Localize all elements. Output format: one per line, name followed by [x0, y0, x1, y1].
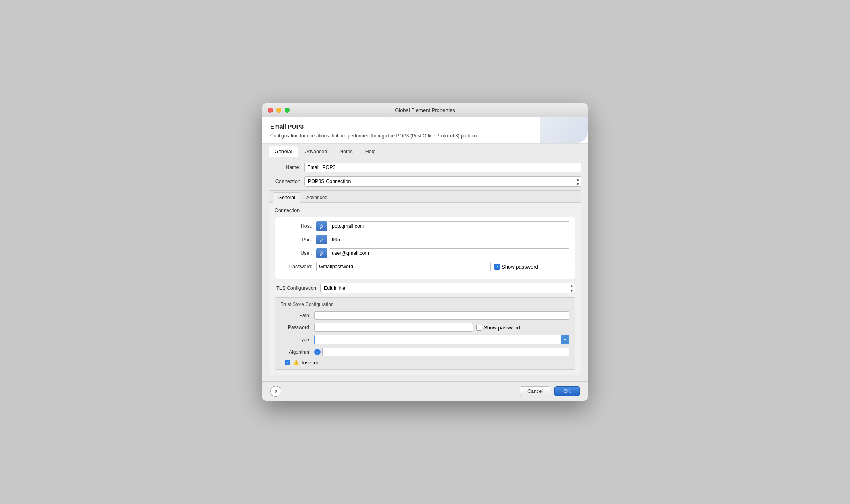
dialog-header: Email POP3 Configuration for operations …: [262, 117, 588, 144]
connection-section-title: Connection: [275, 208, 575, 213]
trust-password-label: Password:: [281, 325, 314, 330]
tls-select[interactable]: Edit inline: [320, 283, 575, 293]
user-row: User: fx: [281, 248, 569, 258]
trust-show-password-label: Show password: [484, 325, 520, 331]
algorithm-label: Algorithm:: [281, 349, 314, 355]
tab-help[interactable]: Help: [360, 146, 382, 157]
trust-password-input[interactable]: [314, 323, 473, 332]
window-title: Global Element Properties: [395, 107, 455, 113]
window-controls: [268, 108, 290, 113]
inner-body: Connection Host: fx Port: fx: [269, 203, 581, 375]
host-fx-button[interactable]: fx: [316, 221, 327, 231]
close-button[interactable]: [268, 108, 273, 113]
insecure-label: Insecure: [302, 360, 321, 365]
connection-label: Connection: [269, 179, 304, 184]
tls-select-wrapper: Edit inline ▲▼: [320, 283, 575, 293]
password-input[interactable]: [316, 262, 491, 271]
show-password-wrapper: Show password: [494, 264, 538, 270]
type-row: Type:: [281, 335, 569, 344]
dialog-footer: ? Cancel OK: [262, 381, 588, 401]
algorithm-row: Algorithm: i: [281, 348, 569, 356]
connection-select-wrapper: POP3S Connection ▲▼: [304, 176, 581, 187]
maximize-button[interactable]: [285, 108, 290, 113]
port-input[interactable]: [329, 235, 569, 244]
user-label: User:: [281, 250, 316, 256]
path-input[interactable]: [314, 311, 569, 320]
tab-notes[interactable]: Notes: [334, 146, 359, 157]
inner-tab-advanced[interactable]: Advanced: [301, 192, 333, 202]
tab-advanced[interactable]: Advanced: [299, 146, 333, 157]
tls-row: TLS Configuration Edit inline ▲▼: [275, 283, 575, 293]
show-password-checkbox[interactable]: [494, 264, 500, 270]
dialog-window: Global Element Properties Email POP3 Con…: [262, 103, 588, 401]
host-input[interactable]: [329, 221, 569, 231]
dialog-title: Email POP3: [270, 123, 580, 130]
footer-buttons: Cancel OK: [520, 386, 580, 396]
dialog-body: Name: Connection POP3S Connection ▲▼ Gen…: [262, 157, 588, 381]
cancel-button[interactable]: Cancel: [520, 386, 550, 396]
type-label: Type:: [281, 337, 314, 342]
user-fx-button[interactable]: fx: [316, 248, 327, 258]
name-label: Name:: [269, 165, 304, 170]
algorithm-info-icon: i: [314, 349, 321, 355]
type-select[interactable]: [314, 335, 569, 344]
insecure-checkbox[interactable]: [285, 360, 290, 365]
inner-panel: General Advanced Connection Host: fx Por…: [269, 190, 581, 375]
show-password-label: Show password: [502, 264, 538, 270]
type-select-wrapper: [314, 335, 569, 344]
port-fx-button[interactable]: fx: [316, 235, 327, 244]
tab-general[interactable]: General: [269, 146, 298, 157]
insecure-row: ⚠️ Insecure: [285, 360, 569, 365]
tls-label: TLS Configuration: [275, 285, 320, 291]
connection-select[interactable]: POP3S Connection: [304, 176, 581, 187]
header-decoration: [540, 117, 588, 143]
connection-row: Connection POP3S Connection ▲▼: [269, 176, 581, 187]
inner-tab-general[interactable]: General: [273, 192, 300, 203]
port-row: Port: fx: [281, 235, 569, 244]
trust-show-password-checkbox[interactable]: [476, 325, 482, 331]
port-label: Port:: [281, 237, 316, 242]
help-button[interactable]: ?: [270, 386, 281, 397]
titlebar: Global Element Properties: [262, 103, 588, 117]
minimize-button[interactable]: [276, 108, 281, 113]
name-input[interactable]: [304, 163, 581, 172]
trust-password-row: Password: Show password: [281, 323, 569, 332]
name-row: Name:: [269, 163, 581, 172]
algorithm-input[interactable]: [322, 348, 569, 356]
trust-show-password-wrapper: Show password: [476, 325, 520, 331]
path-label: Path:: [281, 313, 314, 318]
path-row: Path:: [281, 311, 569, 320]
password-label: Password:: [281, 264, 316, 269]
trust-store-title: Trust Store Configuration: [281, 302, 569, 307]
top-tabs-bar: General Advanced Notes Help: [262, 144, 588, 157]
host-label: Host:: [281, 223, 316, 229]
user-input[interactable]: [329, 248, 569, 258]
ok-button[interactable]: OK: [554, 386, 580, 396]
warning-icon: ⚠️: [293, 360, 299, 365]
password-row: Password: Show password: [281, 262, 569, 271]
host-row: Host: fx: [281, 221, 569, 231]
dialog-description: Configuration for operations that are pe…: [270, 132, 580, 139]
connection-box: Host: fx Port: fx User: fx: [275, 217, 575, 279]
inner-tabs-bar: General Advanced: [269, 191, 581, 203]
trust-store-box: Trust Store Configuration Path: Password…: [275, 297, 575, 370]
